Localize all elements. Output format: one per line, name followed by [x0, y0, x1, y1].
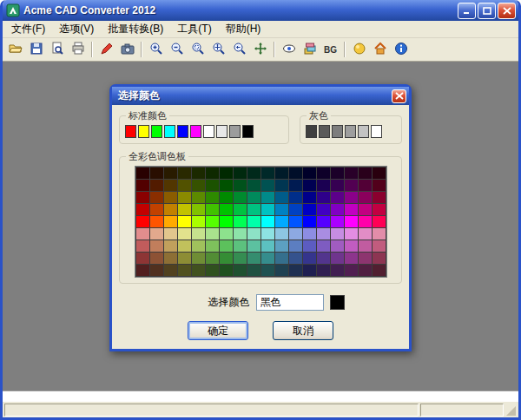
palette-cell[interactable] [136, 253, 149, 264]
palette-cell[interactable] [234, 192, 247, 203]
palette-cell[interactable] [289, 167, 302, 179]
palette-cell[interactable] [192, 253, 205, 264]
print-preview-button[interactable] [47, 40, 67, 59]
zoom-window-button[interactable] [188, 40, 208, 59]
palette-cell[interactable] [359, 192, 372, 203]
palette-cell[interactable] [289, 204, 302, 215]
palette-cell[interactable] [234, 253, 247, 264]
palette-cell[interactable] [261, 192, 274, 203]
palette-cell[interactable] [136, 216, 149, 227]
palette-cell[interactable] [164, 228, 177, 240]
palette-cell[interactable] [303, 240, 316, 252]
palette-cell[interactable] [247, 240, 260, 252]
color-swatch[interactable] [371, 125, 382, 138]
palette-cell[interactable] [220, 265, 233, 276]
palette-cell[interactable] [275, 265, 288, 276]
palette-cell[interactable] [345, 204, 358, 215]
palette-cell[interactable] [331, 204, 344, 215]
palette-cell[interactable] [359, 228, 372, 240]
palette-cell[interactable] [192, 167, 205, 179]
palette-cell[interactable] [373, 240, 386, 252]
palette-cell[interactable] [373, 228, 386, 240]
palette-cell[interactable] [303, 180, 316, 191]
palette-cell[interactable] [373, 253, 386, 264]
menu-item-options[interactable]: 选项(V) [52, 20, 101, 38]
palette-cell[interactable] [247, 216, 260, 227]
palette-cell[interactable] [331, 228, 344, 240]
palette-cell[interactable] [373, 180, 386, 191]
view-button[interactable] [279, 40, 299, 59]
palette-cell[interactable] [275, 192, 288, 203]
palette-cell[interactable] [150, 192, 163, 203]
color-swatch[interactable] [164, 125, 175, 138]
save-button[interactable] [26, 40, 46, 59]
palette-cell[interactable] [345, 167, 358, 179]
palette-cell[interactable] [303, 204, 316, 215]
palette-cell[interactable] [303, 216, 316, 227]
palette-cell[interactable] [234, 228, 247, 240]
capture-button[interactable] [117, 40, 137, 59]
maximize-button[interactable] [478, 3, 496, 19]
palette-cell[interactable] [345, 216, 358, 227]
palette-cell[interactable] [164, 180, 177, 191]
palette-cell[interactable] [206, 240, 219, 252]
palette-cell[interactable] [220, 216, 233, 227]
palette-cell[interactable] [303, 192, 316, 203]
palette-cell[interactable] [289, 240, 302, 252]
palette-cell[interactable] [261, 240, 274, 252]
menu-item-tools[interactable]: 工具(T) [170, 20, 218, 38]
zoom-extents-button[interactable] [208, 40, 228, 59]
palette-cell[interactable] [150, 167, 163, 179]
palette-cell[interactable] [261, 253, 274, 264]
palette-cell[interactable] [206, 204, 219, 215]
close-button[interactable] [498, 3, 516, 19]
palette-cell[interactable] [331, 216, 344, 227]
palette-cell[interactable] [192, 192, 205, 203]
color-swatch[interactable] [190, 125, 201, 138]
palette-cell[interactable] [136, 180, 149, 191]
palette-cell[interactable] [234, 204, 247, 215]
pan-button[interactable] [250, 40, 270, 59]
palette-cell[interactable] [289, 228, 302, 240]
palette-cell[interactable] [178, 216, 191, 227]
palette-cell[interactable] [206, 228, 219, 240]
palette-cell[interactable] [331, 240, 344, 252]
palette-cell[interactable] [247, 192, 260, 203]
palette-cell[interactable] [136, 204, 149, 215]
palette-cell[interactable] [178, 265, 191, 276]
palette-cell[interactable] [373, 167, 386, 179]
palette-cell[interactable] [234, 240, 247, 252]
palette-cell[interactable] [331, 265, 344, 276]
palette-cell[interactable] [164, 253, 177, 264]
palette-cell[interactable] [373, 265, 386, 276]
color-swatch[interactable] [358, 125, 369, 138]
palette-cell[interactable] [234, 167, 247, 179]
palette-cell[interactable] [178, 204, 191, 215]
palette-cell[interactable] [373, 192, 386, 203]
palette-cell[interactable] [275, 167, 288, 179]
palette-cell[interactable] [178, 192, 191, 203]
dialog-titlebar[interactable]: 选择颜色 [112, 87, 409, 105]
palette-cell[interactable] [275, 228, 288, 240]
palette-cell[interactable] [234, 180, 247, 191]
palette-cell[interactable] [178, 180, 191, 191]
palette-cell[interactable] [178, 240, 191, 252]
about-button[interactable] [391, 40, 411, 59]
palette-cell[interactable] [373, 216, 386, 227]
palette-cell[interactable] [275, 180, 288, 191]
titlebar[interactable]: Acme CAD Converter 2012 [3, 0, 518, 21]
color-swatch[interactable] [319, 125, 330, 138]
color-swatch[interactable] [242, 125, 254, 138]
palette-cell[interactable] [289, 265, 302, 276]
zoom-previous-button[interactable] [229, 40, 249, 59]
cancel-button[interactable]: 取消 [273, 321, 333, 340]
palette-cell[interactable] [261, 216, 274, 227]
palette-cell[interactable] [303, 228, 316, 240]
zoom-out-button[interactable] [167, 40, 187, 59]
palette-cell[interactable] [192, 228, 205, 240]
palette-cell[interactable] [206, 167, 219, 179]
palette-cell[interactable] [164, 192, 177, 203]
palette-cell[interactable] [373, 204, 386, 215]
palette-cell[interactable] [150, 240, 163, 252]
palette-cell[interactable] [359, 180, 372, 191]
